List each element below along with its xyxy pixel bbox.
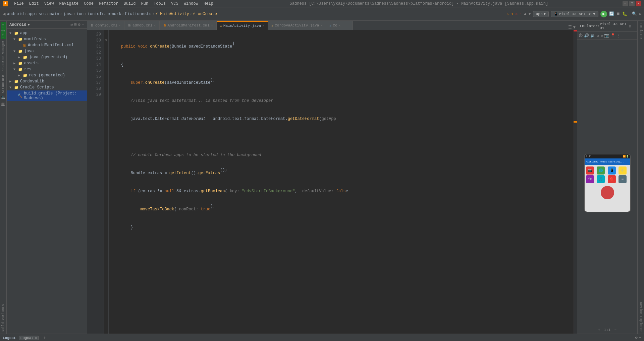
maximize-button[interactable]: □ xyxy=(629,1,635,6)
warning-indicator[interactable]: ⚠ 1 xyxy=(507,12,514,16)
breadcrumb-ionicframework[interactable]: ionicframework xyxy=(88,12,121,16)
emulator-more-icon[interactable]: ⋮ xyxy=(617,33,621,38)
menu-help[interactable]: Help xyxy=(202,1,215,7)
close-button[interactable]: ✕ xyxy=(636,1,641,6)
sidebar-icon-video[interactable]: 🎬 xyxy=(1,101,6,108)
fold-30[interactable]: ▼ xyxy=(104,38,108,44)
sidebar-icon-camera[interactable]: 📷 xyxy=(1,94,6,101)
logcat-minimize-icon[interactable]: − xyxy=(639,335,641,340)
breadcrumb-java[interactable]: java xyxy=(63,12,73,16)
tree-item-manifests[interactable]: ▼ 📁 manifests xyxy=(7,36,87,42)
tree-arrow-cordovalib: ▶ xyxy=(9,79,13,83)
breadcrumb-oncreate[interactable]: ⚡ onCreate xyxy=(193,11,217,16)
tree-item-res[interactable]: ▼ 📁 res xyxy=(7,66,87,72)
sidebar-icon-build-variants[interactable]: Build Variants xyxy=(1,303,6,334)
tab-cordovaactivity-java[interactable]: ☕ CordovaActivity.java ✕ xyxy=(268,21,326,30)
device-selector[interactable]: 📱 Pixel 4a API 31 ▼ xyxy=(551,11,598,17)
breadcrumb-main[interactable]: main xyxy=(50,12,59,16)
tab-config-xml[interactable]: 🗎 config.xml ✕ xyxy=(87,21,124,30)
emulator-rotate-left-icon[interactable]: ↺ xyxy=(597,33,599,38)
scale-minus-icon[interactable]: − xyxy=(614,328,617,332)
close-co-icon[interactable]: ✕ xyxy=(339,23,341,27)
menu-run[interactable]: Run xyxy=(139,1,150,7)
nav-back-icon[interactable]: ◀ xyxy=(3,11,5,17)
breadcrumb-ion[interactable]: ion xyxy=(76,12,84,16)
menu-code[interactable]: Code xyxy=(82,1,96,7)
tab-admob-xml[interactable]: 🗎 admob.xml ✕ xyxy=(124,21,159,30)
search-everywhere-icon[interactable]: 🔍 xyxy=(632,11,637,16)
menu-tools[interactable]: Tools xyxy=(152,1,168,7)
tabs-overflow-icon[interactable]: ▼ xyxy=(573,25,576,30)
sidebar-icon-structure[interactable]: Structure xyxy=(1,74,6,94)
tree-arrow-gradle: ▼ xyxy=(9,86,13,89)
menu-navigate[interactable]: Navigate xyxy=(57,1,80,7)
panel-minimize-icon[interactable]: − xyxy=(82,22,84,27)
app-config-selector[interactable]: app ▼ xyxy=(533,11,549,17)
emulator-minimize-icon[interactable]: − xyxy=(632,24,635,28)
tab-mainactivity-java[interactable]: ☕ MainActivity.java ✕ xyxy=(217,21,268,30)
tree-item-app[interactable]: ▼ 📁 app xyxy=(7,30,87,36)
close-admob-xml-icon[interactable]: ✕ xyxy=(154,23,156,27)
emulator-vol-down-icon[interactable]: 🔉 xyxy=(590,33,595,38)
menu-vcs[interactable]: VCS xyxy=(169,1,180,7)
tab-co[interactable]: ☕ Co ✕ xyxy=(326,21,353,30)
emulator-vol-up-icon[interactable]: 🔊 xyxy=(584,33,589,38)
sidebar-icon-device-explorer[interactable]: Device Explorer xyxy=(638,301,643,334)
stop-icon[interactable]: ⏹ xyxy=(616,11,620,16)
nav-up-icon[interactable]: ▲ xyxy=(524,12,526,16)
tree-item-gradle-scripts[interactable]: ▼ 📁 Gradle Scripts xyxy=(7,84,87,90)
run-button[interactable]: ▶ xyxy=(600,11,607,17)
close-logcat-tab-icon[interactable]: ✕ xyxy=(35,336,37,340)
tree-item-java-generated[interactable]: ▶ 📁 java (generated) xyxy=(7,54,87,60)
error-indicator[interactable]: ✕ 1 xyxy=(515,12,522,16)
tree-item-java[interactable]: ▼ 📁 java xyxy=(7,48,87,54)
close-cordovaactivity-icon[interactable]: ✕ xyxy=(320,23,322,27)
tree-item-cordovalib[interactable]: ▶ 📁 CordovaLib xyxy=(7,78,87,84)
breadcrumb-fictionests[interactable]: Fictionests xyxy=(125,12,152,16)
sidebar-icon-emulator[interactable]: Emulator xyxy=(638,22,643,41)
breadcrumb-app[interactable]: app xyxy=(28,12,35,16)
menu-view[interactable]: View xyxy=(42,1,56,7)
tab-androidmanifest-xml[interactable]: 🗎 AndroidManifest.xml ✕ xyxy=(160,21,217,30)
close-config-xml-icon[interactable]: ✕ xyxy=(119,23,121,27)
panel-settings-icon[interactable]: ⚙ xyxy=(78,22,80,27)
tree-item-build-gradle[interactable]: ▶ 🔨 build.gradle (Project: Sadness) xyxy=(7,90,87,101)
emulator-rotate-right-icon[interactable]: ↻ xyxy=(600,33,603,38)
editor-scrollbar[interactable] xyxy=(574,30,577,334)
emulator-settings-icon[interactable]: ⚙ xyxy=(629,24,631,28)
attach-debugger-icon[interactable]: 🐛 xyxy=(622,11,627,16)
emulator-screenshot-icon[interactable]: 📷 xyxy=(604,33,609,38)
close-mainactivity-icon[interactable]: ✕ xyxy=(262,24,264,28)
menu-file[interactable]: File xyxy=(12,1,26,7)
nav-down-icon[interactable]: ▼ xyxy=(529,12,531,16)
menu-window[interactable]: Window xyxy=(182,1,200,7)
sidebar-icon-project[interactable]: Project xyxy=(1,22,6,39)
breadcrumb-android[interactable]: android xyxy=(7,12,23,16)
breadcrumb-src[interactable]: src xyxy=(39,12,46,16)
logcat-settings-icon[interactable]: ⚙ xyxy=(635,335,638,340)
code-content[interactable]: public void onCreate(Bundle savedInstanc… xyxy=(109,30,574,334)
recent-files-icon[interactable]: ☰ xyxy=(568,25,572,30)
file-tree: ▼ 📁 app ▼ 📁 manifests ▶ 🗎 AndroidManifes… xyxy=(7,29,87,334)
menu-refactor[interactable]: Refactor xyxy=(97,1,120,7)
sidebar-icon-resource[interactable]: Resource Manager xyxy=(1,39,6,74)
sync-icon[interactable]: 🔄 xyxy=(609,11,614,16)
emulator-power-icon[interactable]: ⏻ xyxy=(579,33,583,38)
config-xml-icon: 🗎 xyxy=(91,23,94,27)
menu-build[interactable]: Build xyxy=(121,1,138,7)
scale-plus-icon[interactable]: + xyxy=(598,328,600,332)
add-logcat-tab-button[interactable]: + xyxy=(41,335,48,341)
collapse-all-icon[interactable]: ⊟ xyxy=(74,22,76,27)
emulator-location-icon[interactable]: 📍 xyxy=(610,33,615,38)
panel-dropdown-icon[interactable]: ▼ xyxy=(28,23,30,27)
tree-item-assets[interactable]: ▶ 📁 assets xyxy=(7,60,87,66)
tree-item-androidmanifest[interactable]: ▶ 🗎 AndroidManifest.xml xyxy=(7,42,87,48)
breadcrumb-mainactivity[interactable]: ⚡ MainActivity xyxy=(155,11,189,16)
logcat-tab-button[interactable]: Logcat ✕ xyxy=(19,336,39,340)
tree-item-res-generated[interactable]: ▶ 📁 res (generated) xyxy=(7,72,87,78)
sync-tree-icon[interactable]: ⇄ xyxy=(70,22,73,27)
menu-edit[interactable]: Edit xyxy=(27,1,41,7)
close-androidmanifest-icon[interactable]: ✕ xyxy=(211,23,213,27)
settings-icon[interactable]: ⚙ xyxy=(639,11,641,16)
minimize-button[interactable]: ─ xyxy=(623,1,628,6)
